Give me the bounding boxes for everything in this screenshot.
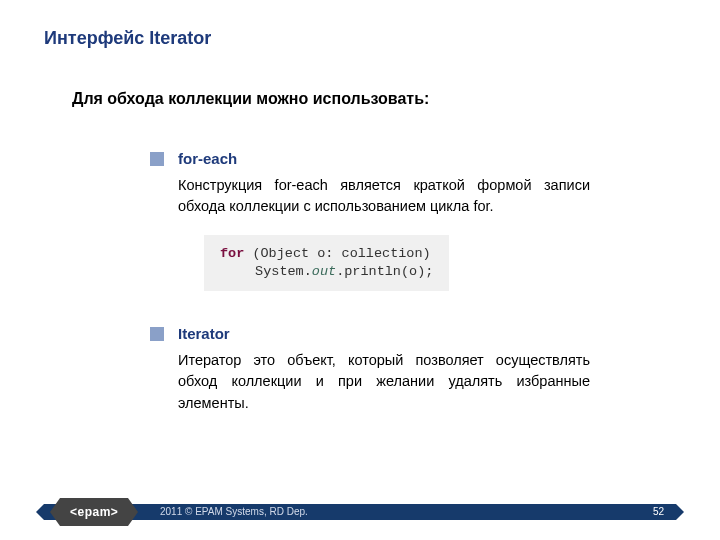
copyright-text: 2011 © EPAM Systems, RD Dep. (160, 506, 308, 517)
bullet-label: for-each (178, 150, 237, 167)
page-number: 52 (653, 506, 664, 517)
code-line-1: for (Object o: collection) (220, 245, 433, 263)
code-text: .println(o); (336, 264, 433, 279)
square-bullet-icon (150, 327, 164, 341)
bullet-head: Iterator (150, 325, 590, 342)
square-bullet-icon (150, 152, 164, 166)
bullet-iterator: Iterator Итератор это объект, который по… (150, 325, 590, 413)
code-field: out (312, 264, 336, 279)
code-block: for (Object o: collection) System.out.pr… (204, 235, 449, 291)
code-keyword: for (220, 246, 244, 261)
bullet-label: Iterator (178, 325, 230, 342)
footer-bar (44, 504, 676, 520)
code-text: (Object o: collection) (244, 246, 430, 261)
epam-logo: <epam> (60, 498, 128, 526)
bullet-foreach: for-each Конструкция for-each является к… (150, 150, 590, 297)
bullet-body: Конструкция for-each является краткой фо… (178, 175, 590, 217)
bullet-head: for-each (150, 150, 590, 167)
slide: Интерфейс Iterator Для обхода коллекции … (0, 0, 720, 540)
code-line-2: System.out.println(o); (220, 263, 433, 281)
slide-title: Интерфейс Iterator (44, 28, 211, 49)
code-text: System. (255, 264, 312, 279)
slide-subtitle: Для обхода коллекции можно использовать: (72, 90, 429, 108)
bullet-body: Итератор это объект, который позволяет о… (178, 350, 590, 413)
footer: <epam> 2011 © EPAM Systems, RD Dep. 52 (0, 498, 720, 524)
content-area: for-each Конструкция for-each является к… (150, 150, 590, 442)
